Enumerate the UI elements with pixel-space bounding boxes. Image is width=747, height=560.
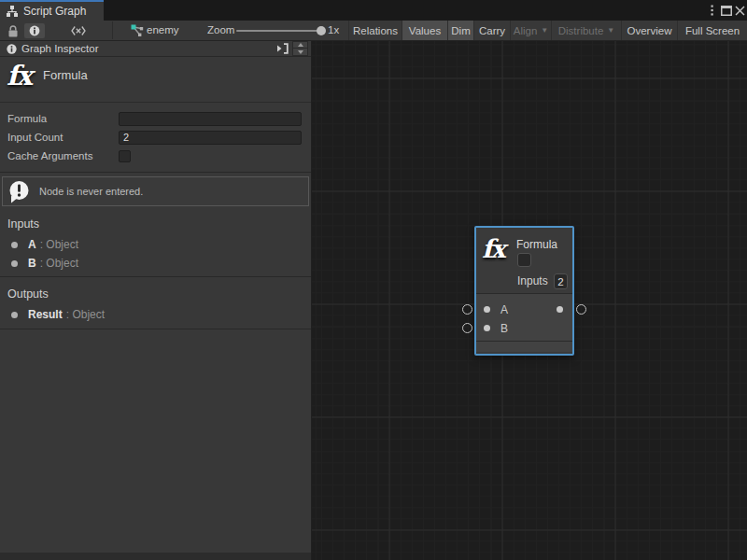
port-label-a: A: [500, 303, 508, 316]
tab-bar: Script Graph: [0, 0, 747, 21]
graph-reference-name[interactable]: enemy: [147, 24, 179, 35]
inspector-toggle-button[interactable]: [24, 23, 45, 38]
triangle-down-icon: [298, 50, 303, 54]
formula-input[interactable]: [119, 112, 302, 126]
port-dot-icon: [11, 260, 18, 267]
scroll-up-button[interactable]: [292, 41, 308, 49]
chevron-down-icon: ▼: [541, 26, 548, 35]
output-port-row-result: Result : Object: [0, 305, 311, 324]
formula-node-checkbox[interactable]: [517, 253, 531, 267]
warning-block: Node is never entered.: [0, 173, 311, 207]
variables-icon: [71, 25, 86, 36]
port-name: B: [28, 257, 36, 270]
input-port-a[interactable]: [484, 306, 490, 313]
formula-node-ports: A B: [476, 294, 572, 342]
chevron-down-icon: ▼: [607, 26, 614, 35]
formula-node-footer: [476, 342, 572, 352]
dock-sidebar-button[interactable]: [276, 43, 289, 56]
outputs-section: Outputs Result : Object: [0, 277, 311, 329]
graph-reference-icon: [131, 24, 145, 40]
dim-button[interactable]: Dim: [447, 21, 473, 40]
inspector-fields: Formula Input Count Cache Arguments: [0, 103, 311, 173]
input-count-field-row: Input Count: [0, 128, 311, 147]
script-graph-icon: [7, 6, 18, 17]
graph-toolbar: enemy Zoom 1x Relations Values Dim Carry…: [0, 21, 747, 41]
toolbar-buttons: Relations Values Dim Carry Align ▼ Distr…: [348, 21, 747, 40]
graph-inspector-panel: Graph Inspector fx Formula: [0, 41, 312, 560]
unity-script-graph-window: Script Graph: [0, 0, 747, 560]
port-name: A: [28, 238, 36, 251]
dock-sidebar-icon: [276, 43, 289, 54]
values-button[interactable]: Values: [402, 21, 447, 40]
node-inputs-label: Inputs: [517, 274, 548, 287]
zoom-value: 1x: [328, 24, 339, 35]
output-port-result[interactable]: [557, 306, 563, 313]
outputs-header: Outputs: [0, 277, 311, 305]
toolbar-separator: [112, 21, 113, 39]
warning-box: Node is never entered.: [2, 176, 309, 206]
maximize-icon: [721, 6, 732, 16]
external-port-ring-b[interactable]: [462, 323, 472, 333]
formula-node-header[interactable]: fx Formula Inputs 2: [476, 228, 572, 294]
port-dot-icon: [11, 242, 18, 248]
formula-node[interactable]: fx Formula Inputs 2 A B: [474, 226, 574, 356]
input-port-b[interactable]: [484, 325, 490, 331]
input-port-row-b: B : Object: [0, 254, 311, 273]
warning-bubble-icon: [7, 180, 31, 203]
inspector-node-title: Formula: [43, 68, 88, 82]
close-icon: [735, 6, 745, 16]
variables-button[interactable]: [71, 25, 86, 38]
panel-scroll-spinner: [292, 41, 308, 56]
kebab-menu-icon: [711, 5, 713, 16]
inspector-bottom-strip: [0, 553, 311, 560]
input-count-input[interactable]: [119, 131, 302, 145]
info-icon: [7, 44, 17, 54]
cache-arguments-field-row: Cache Arguments: [0, 147, 311, 165]
formula-node-title: Formula: [516, 238, 557, 251]
close-button[interactable]: [733, 0, 747, 21]
external-port-ring-a[interactable]: [462, 304, 472, 315]
distribute-dropdown[interactable]: Distribute ▼: [551, 21, 621, 40]
maximize-button[interactable]: [719, 0, 733, 21]
overview-button[interactable]: Overview: [621, 21, 677, 40]
tab-label: Script Graph: [23, 5, 86, 18]
graph-canvas[interactable]: fx Formula Inputs 2 A B: [312, 41, 747, 560]
node-port-row-b: B: [476, 318, 572, 337]
node-title-block: fx Formula: [0, 57, 311, 103]
input-count-field-label: Input Count: [7, 132, 119, 143]
node-port-row-a: A: [476, 300, 572, 318]
port-type: : Object: [40, 257, 78, 270]
align-dropdown[interactable]: Align ▼: [510, 21, 551, 40]
info-icon: [29, 25, 40, 36]
main-area: Graph Inspector fx Formula: [0, 41, 747, 560]
inputs-header: Inputs: [0, 207, 311, 235]
graph-inspector-header: Graph Inspector: [0, 41, 311, 57]
carry-button[interactable]: Carry: [473, 21, 510, 40]
relations-button[interactable]: Relations: [348, 21, 402, 40]
port-type: : Object: [66, 308, 105, 321]
zoom-slider[interactable]: [236, 30, 322, 32]
window-menu-button[interactable]: [705, 0, 719, 21]
triangle-up-icon: [298, 43, 303, 47]
graph-inspector-title: Graph Inspector: [21, 43, 98, 54]
tab-script-graph[interactable]: Script Graph: [0, 0, 104, 21]
formula-fx-icon: fx: [7, 60, 31, 91]
formula-fx-icon: fx: [482, 234, 504, 263]
external-port-ring-result[interactable]: [576, 304, 586, 315]
port-label-b: B: [500, 322, 508, 335]
port-type: : Object: [40, 238, 78, 251]
window-controls: [705, 0, 747, 21]
cache-arguments-checkbox[interactable]: [119, 150, 131, 162]
lock-icon: [7, 25, 19, 37]
formula-field-row: Formula: [0, 109, 311, 128]
scroll-down-button[interactable]: [292, 49, 308, 56]
full-screen-button[interactable]: Full Screen: [677, 21, 747, 40]
inputs-section: Inputs A : Object B : Object: [0, 207, 311, 277]
zoom-label: Zoom: [207, 24, 234, 35]
zoom-slider-handle[interactable]: [317, 26, 326, 35]
node-inputs-count[interactable]: 2: [554, 273, 568, 289]
lock-button[interactable]: [7, 25, 19, 39]
input-port-row-a: A : Object: [0, 235, 311, 254]
formula-field-label: Formula: [7, 113, 119, 124]
port-dot-icon: [11, 312, 18, 318]
